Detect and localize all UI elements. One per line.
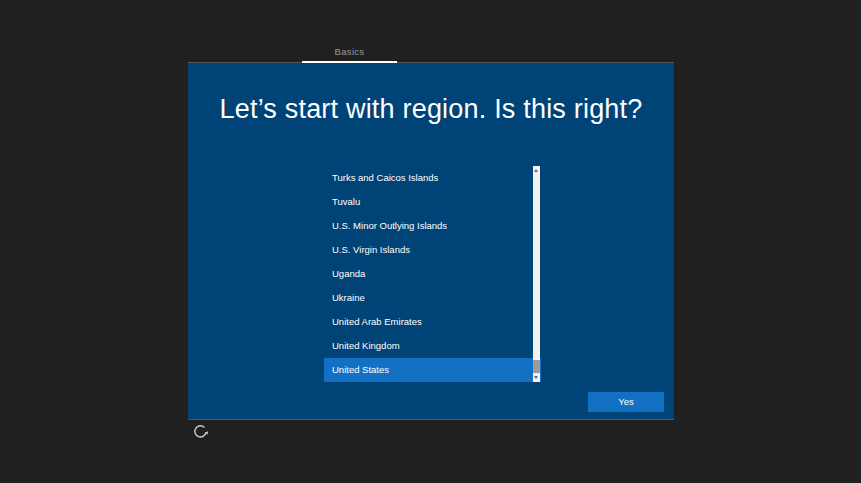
setup-step-basics: Basics — [302, 45, 397, 59]
scrollbar-thumb[interactable] — [533, 360, 540, 373]
region-list-item[interactable]: Turks and Caicos Islands — [324, 166, 541, 190]
region-listbox[interactable]: Turks and Caicos IslandsTuvaluU.S. Minor… — [324, 166, 541, 382]
ease-of-access-icon[interactable] — [192, 424, 209, 441]
region-list-item[interactable]: Tuvalu — [324, 190, 541, 214]
region-list-item[interactable]: U.S. Virgin Islands — [324, 238, 541, 262]
region-list-item[interactable]: Uganda — [324, 262, 541, 286]
scroll-up-icon[interactable] — [534, 169, 538, 172]
region-list-item[interactable]: United Kingdom — [324, 334, 541, 358]
oobe-region-panel: Let’s start with region. Is this right? … — [188, 63, 674, 420]
page-title: Let’s start with region. Is this right? — [188, 94, 674, 125]
region-list-item[interactable]: United Arab Emirates — [324, 310, 541, 334]
yes-button[interactable]: Yes — [588, 392, 664, 412]
region-list-item[interactable]: U.S. Minor Outlying Islands — [324, 214, 541, 238]
region-list-item[interactable]: United States — [324, 358, 541, 382]
scrollbar[interactable] — [533, 166, 540, 382]
scroll-down-icon[interactable] — [534, 376, 538, 379]
region-list-item[interactable]: Ukraine — [324, 286, 541, 310]
